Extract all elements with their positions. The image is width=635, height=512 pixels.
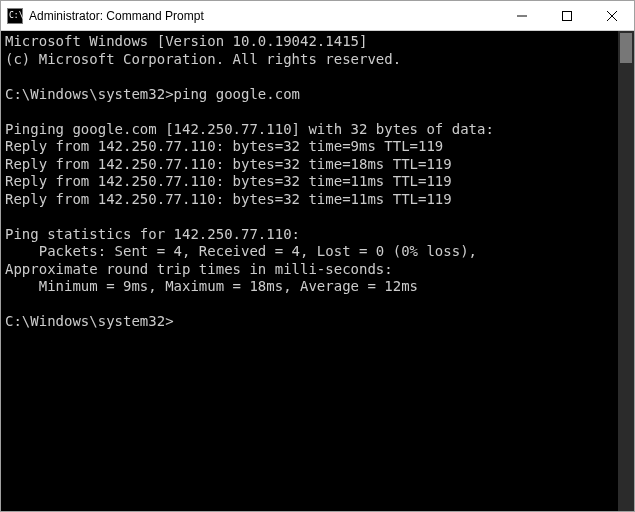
svg-rect-1 bbox=[562, 11, 571, 20]
maximize-icon bbox=[562, 11, 572, 21]
output-lines: Microsoft Windows [Version 10.0.19042.14… bbox=[5, 33, 494, 294]
terminal-output[interactable]: Microsoft Windows [Version 10.0.19042.14… bbox=[1, 31, 618, 511]
scrollbar[interactable] bbox=[618, 31, 634, 511]
cursor bbox=[174, 315, 182, 329]
titlebar[interactable]: C:\. Administrator: Command Prompt bbox=[1, 1, 634, 31]
minimize-button[interactable] bbox=[499, 1, 544, 30]
terminal-area: Microsoft Windows [Version 10.0.19042.14… bbox=[1, 31, 634, 511]
command-prompt-window: C:\. Administrator: Command Prompt Micro… bbox=[0, 0, 635, 512]
window-controls bbox=[499, 1, 634, 30]
minimize-icon bbox=[517, 11, 527, 21]
scrollbar-thumb[interactable] bbox=[620, 33, 632, 63]
window-title: Administrator: Command Prompt bbox=[29, 9, 499, 23]
cmd-icon: C:\. bbox=[7, 8, 23, 24]
close-icon bbox=[607, 11, 617, 21]
maximize-button[interactable] bbox=[544, 1, 589, 30]
prompt: C:\Windows\system32> bbox=[5, 313, 174, 329]
close-button[interactable] bbox=[589, 1, 634, 30]
